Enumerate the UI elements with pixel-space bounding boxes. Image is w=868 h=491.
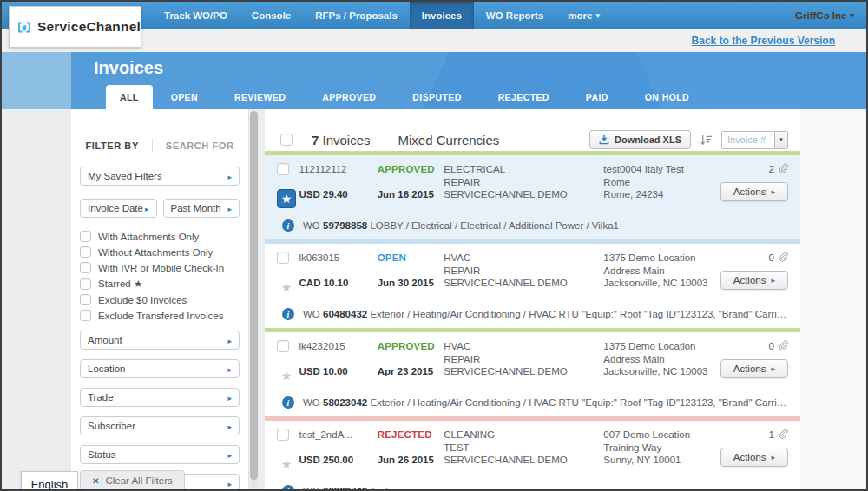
actions-button[interactable]: Actions: [720, 182, 788, 201]
actions-button[interactable]: Actions: [720, 271, 788, 290]
invoice-number[interactable]: lk4232015: [299, 340, 378, 353]
nav-item-rfps-proposals[interactable]: RFPs / Proposals: [303, 2, 410, 29]
row-checkbox[interactable]: [277, 429, 289, 441]
account-menu[interactable]: GriffCo Inc: [783, 2, 866, 29]
trade-dropdown[interactable]: Trade: [80, 388, 240, 407]
invoice-status: APPROVED: [378, 340, 444, 353]
scrollbar-thumb[interactable]: [250, 111, 258, 480]
checkbox-exclude-zero[interactable]: Exclude $0 Invoices: [80, 294, 240, 305]
language-selector[interactable]: English: [21, 471, 78, 491]
date-range-dropdown[interactable]: Past Month: [163, 199, 240, 218]
row-checkbox[interactable]: [277, 340, 289, 352]
checkbox-icon[interactable]: [80, 262, 91, 273]
location-line: Jacksonville, NC 10003: [603, 277, 720, 290]
nav-item-invoices[interactable]: Invoices: [410, 2, 474, 29]
attachments-badge[interactable]: 0: [769, 340, 788, 351]
star-toggle[interactable]: [277, 189, 296, 208]
tab-approved[interactable]: APPROVED: [304, 85, 394, 109]
invoice-row[interactable]: lk063015 CAD 10.10 OPEN Jun 30 2015 HVAC…: [265, 244, 800, 328]
tab-on-hold[interactable]: ON HOLD: [627, 85, 707, 109]
nav-item-console[interactable]: Console: [240, 2, 303, 29]
attachments-badge[interactable]: 0: [769, 252, 788, 263]
caret-right-icon: [145, 203, 149, 213]
amount-dropdown[interactable]: Amount: [80, 331, 240, 350]
download-xls-button[interactable]: Download XLS: [589, 130, 691, 149]
tab-paid[interactable]: PAID: [568, 85, 627, 109]
paperclip-icon: [778, 163, 788, 174]
attachments-badge[interactable]: 1: [769, 429, 788, 440]
row-checkbox[interactable]: [277, 163, 289, 175]
clear-all-filters-button[interactable]: Clear All Filters: [80, 470, 185, 491]
invoice-date-dropdown[interactable]: Invoice Date: [80, 199, 157, 218]
info-icon[interactable]: [282, 219, 294, 232]
location-dropdown[interactable]: Location: [80, 359, 240, 378]
wo-description: Test: [370, 486, 388, 491]
wo-number: 59798858: [323, 220, 367, 231]
info-icon[interactable]: [282, 308, 294, 320]
my-saved-filters-dropdown[interactable]: My Saved Filters: [80, 167, 240, 186]
nav-item-more[interactable]: more: [556, 2, 612, 29]
checkbox-icon[interactable]: [80, 310, 91, 321]
invoice-panel: 7 Invoices Mixed Currencies Download XLS…: [265, 109, 800, 489]
wo-description: Exterior / Heating/Air Conditioning / HV…: [370, 309, 788, 319]
status-dropdown[interactable]: Status: [80, 445, 240, 464]
invoice-number[interactable]: test_2ndA...: [299, 429, 378, 442]
invoice-row[interactable]: test_2ndA... USD 250.00 REJECTED Jun 26 …: [265, 421, 800, 491]
checkbox-icon[interactable]: [80, 278, 91, 290]
checkbox-icon[interactable]: [80, 294, 91, 305]
invoice-number[interactable]: 112112112: [299, 163, 378, 176]
tab-all[interactable]: ALL: [106, 85, 153, 109]
filter-by-tab[interactable]: FILTER BY: [85, 141, 138, 151]
tab-rejected[interactable]: REJECTED: [480, 85, 568, 109]
caret-right-icon: [227, 392, 232, 403]
filter-checkbox-list: With Attachments Only Without Attachment…: [80, 231, 240, 321]
subscriber-dropdown[interactable]: Subscriber: [80, 416, 240, 435]
star-toggle[interactable]: [277, 366, 296, 385]
work-order-line: WO 60480432 Exterior / Heating/Air Condi…: [303, 309, 788, 319]
actions-button[interactable]: Actions: [720, 359, 788, 378]
checkbox-with-attachments[interactable]: With Attachments Only: [80, 231, 240, 242]
invoice-status: REJECTED: [378, 429, 444, 442]
brand-logo[interactable]: ServiceChannel: [9, 6, 141, 48]
chevron-down-icon[interactable]: [774, 132, 787, 148]
wo-number: 58023042: [323, 397, 367, 408]
sidebar-scrollbar[interactable]: [250, 111, 258, 488]
invoice-row[interactable]: 112112112 USD 29.40 APPROVED Jun 16 2015…: [265, 155, 800, 239]
invoice-amount: USD 10.00: [299, 365, 378, 378]
tab-disputed[interactable]: DISPUTED: [394, 85, 479, 109]
invoice-row[interactable]: lk4232015 USD 10.00 APPROVED Apr 23 2015…: [265, 332, 800, 416]
location-line: test0004 Italy Test: [603, 163, 720, 176]
checkbox-icon[interactable]: [80, 231, 91, 242]
invoice-date: Apr 23 2015: [378, 365, 444, 378]
sort-order-icon[interactable]: [700, 134, 713, 147]
invoice-list: 112112112 USD 29.40 APPROVED Jun 16 2015…: [265, 151, 800, 491]
info-icon[interactable]: [282, 396, 294, 409]
attachments-badge[interactable]: 2: [769, 163, 788, 174]
back-to-previous-version-link[interactable]: Back to the Previous Version: [692, 35, 835, 47]
nav-item-wo-reports[interactable]: WO Reports: [474, 2, 556, 29]
caret-right-icon: [227, 363, 232, 374]
checkbox-starred[interactable]: Starred ★: [80, 278, 240, 290]
tab-reviewed[interactable]: REVIEWED: [216, 85, 304, 109]
checkbox-without-attachments[interactable]: Without Attachments Only: [80, 246, 240, 258]
wo-number: 60309746: [323, 486, 367, 491]
work-order-line: WO 58023042 Exterior / Heating/Air Condi…: [303, 397, 788, 408]
checkbox-icon[interactable]: [80, 246, 91, 258]
search-for-tab[interactable]: SEARCH FOR: [166, 141, 234, 151]
trade-line: SERVICECHANNEL DEMO: [444, 188, 596, 201]
sort-field-select[interactable]: Invoice #: [721, 131, 788, 149]
tab-open[interactable]: OPEN: [153, 85, 216, 109]
trade-line: SERVICECHANNEL DEMO: [444, 454, 596, 467]
star-toggle[interactable]: [277, 278, 296, 297]
status-tabs: ALL OPEN REVIEWED APPROVED DISPUTED REJE…: [106, 85, 707, 109]
info-icon[interactable]: [282, 485, 294, 491]
invoice-number[interactable]: lk063015: [299, 252, 378, 265]
checkbox-exclude-transfered[interactable]: Exclude Transfered Invoices: [80, 310, 240, 321]
nav-item-track-wo-po[interactable]: Track WO/PO: [152, 2, 240, 29]
actions-button[interactable]: Actions: [720, 448, 788, 467]
brand-name: ServiceChannel: [37, 19, 141, 35]
star-toggle[interactable]: [277, 455, 296, 474]
row-checkbox[interactable]: [277, 252, 289, 264]
checkbox-ivr-mobile-checkin[interactable]: With IVR or Mobile Check-In: [80, 262, 240, 273]
select-all-checkbox[interactable]: [280, 134, 293, 146]
